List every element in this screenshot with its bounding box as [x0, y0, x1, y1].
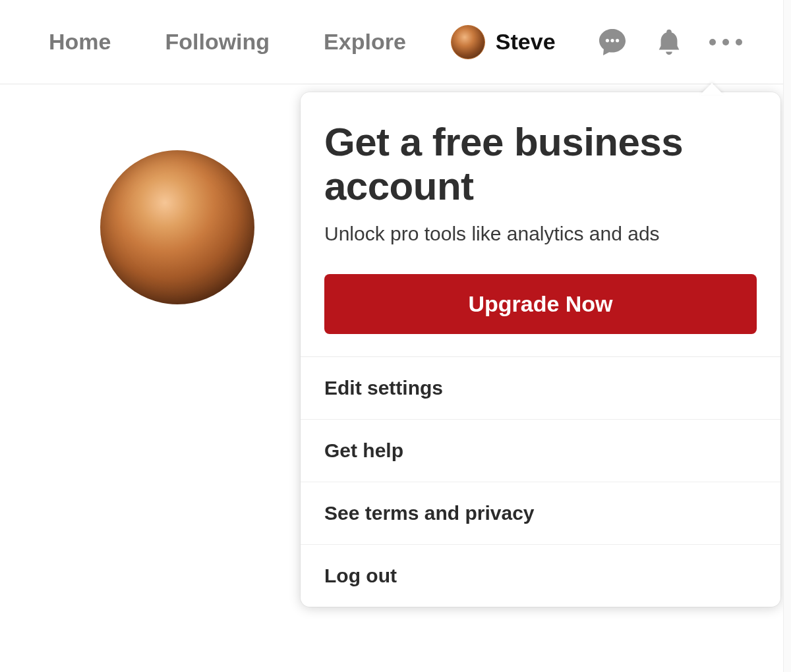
avatar-small — [451, 25, 485, 59]
menu-item-terms-privacy[interactable]: See terms and privacy — [301, 482, 780, 545]
profile-chip[interactable]: Steve — [451, 25, 556, 59]
menu-item-log-out[interactable]: Log out — [301, 545, 780, 607]
menu-item-get-help[interactable]: Get help — [301, 420, 780, 482]
menu-item-edit-settings[interactable]: Edit settings — [301, 357, 780, 420]
svg-point-1 — [610, 39, 614, 42]
promo-subtitle: Unlock pro tools like analytics and ads — [324, 223, 757, 245]
promo-title: Get a free business account — [324, 120, 757, 208]
upgrade-promo: Get a free business account Unlock pro t… — [301, 92, 780, 357]
upgrade-now-button[interactable]: Upgrade Now — [324, 274, 757, 334]
content-area: Get a free business account Unlock pro t… — [0, 84, 791, 672]
right-edge-strip — [783, 0, 791, 672]
avatar-large[interactable] — [100, 150, 254, 304]
chat-icon — [597, 26, 628, 58]
nav-following[interactable]: Following — [156, 22, 279, 61]
ellipsis-icon — [709, 39, 742, 45]
svg-point-0 — [605, 39, 608, 42]
top-navigation: Home Following Explore Steve — [0, 0, 791, 84]
svg-point-2 — [616, 39, 619, 42]
more-menu-button[interactable] — [706, 22, 746, 62]
bell-icon — [654, 27, 684, 57]
profile-name: Steve — [496, 29, 556, 55]
nav-explore[interactable]: Explore — [314, 22, 415, 61]
nav-home[interactable]: Home — [40, 22, 120, 61]
messages-button[interactable] — [593, 22, 632, 62]
dropdown-menu: Get a free business account Unlock pro t… — [301, 92, 780, 607]
notifications-button[interactable] — [649, 22, 689, 62]
